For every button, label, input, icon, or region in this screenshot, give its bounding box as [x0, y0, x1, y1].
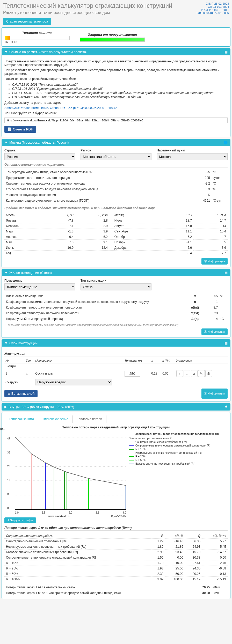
panel-icon: ▦	[224, 341, 228, 345]
type-select[interactable]: Стена	[81, 283, 151, 290]
page-title: Теплотехнический калькулятор ограждающих…	[3, 2, 172, 9]
disable-button[interactable]: ⊘	[191, 370, 198, 377]
results-row: Нормируемое значение поэлементных требов…	[4, 544, 228, 550]
room-panel-header[interactable]: ▼Жилое помещение (Стена)▦	[2, 269, 230, 276]
results-row: R + 50%2.3250.0020.25-10.13	[4, 571, 228, 577]
url-input[interactable]	[4, 118, 228, 123]
outside-select[interactable]: Наружный воздух	[35, 379, 112, 385]
info-button[interactable]: ⓘ Информация	[201, 258, 228, 265]
thermal-indicator-label: Тепловая защита	[5, 31, 70, 35]
norm-link[interactable]: СП 23-101-2004	[197, 5, 229, 8]
pdf-button[interactable]: 📄 Отчет в PDF	[4, 126, 36, 133]
country-select[interactable]: Россия	[4, 153, 75, 160]
results-row: R + 100%3.09100.0015.19-15.19	[4, 577, 228, 582]
chart-legend: Зависимость потерь тепла от сопротивлени…	[129, 432, 228, 517]
layers-panel-header[interactable]: ▼Слои конструкции▦	[2, 340, 230, 347]
results-row: Санитарно-гигиенические требования [Rс]1…	[4, 539, 228, 544]
tab-thermal[interactable]: Тепловая защита	[4, 415, 38, 423]
move-down-button[interactable]: ↓	[184, 370, 190, 377]
page-subtitle: Расчет утепления и точки росы для строящ…	[3, 10, 172, 15]
panel-icon: ▦	[224, 50, 228, 54]
tab-heatloss[interactable]: Тепловые потери	[72, 415, 106, 423]
city-select[interactable]: Москва	[157, 153, 228, 160]
old-version-button[interactable]: Старая версия калькулятора	[3, 18, 51, 25]
panel-icon: ▦	[224, 271, 228, 275]
insert-layer-button[interactable]: ⊕ Вставить слой	[4, 390, 38, 397]
norm-links: СНиП 23-02-2003 СП 23-101-2004 ГОСТ Р 54…	[197, 2, 229, 15]
report-text: При разработке проекта для проведения то…	[4, 68, 228, 76]
report-panel-header[interactable]: ▼Ссылка на расчет. Отчет по результатам …	[2, 48, 230, 55]
norm-link[interactable]: ГОСТ Р 54851—2011	[197, 8, 229, 11]
results-row: Базовое значение поэлементных требований…	[4, 550, 228, 555]
report-text: Представленный теплотехнический расчет о…	[4, 60, 228, 67]
conditions-panel-header[interactable]: ▶Внутри: 22°С (55%) Снаружи: -20°С (85%)…	[2, 403, 230, 410]
info-button[interactable]: ⓘ Информация	[201, 389, 228, 399]
results-row: R + 10%1.7010.0027.61-2.76	[4, 560, 228, 566]
norm-link[interactable]: СНиП 23-02-2003	[197, 2, 229, 5]
heatloss-chart: 4738281990 1.01.52.02.53.0 R, (м²•°С)/Вт…	[15, 437, 126, 510]
location-panel-header[interactable]: ▼Москва (Московская область, Россия)🌐	[2, 139, 230, 146]
moisture-indicator-bar	[80, 38, 145, 42]
results-row: R + 25%1.9325.0024.30-6.08	[4, 566, 228, 571]
results-row: Сопротивление теплопередаче ограждающей …	[4, 555, 228, 560]
info-button[interactable]: ⓘ Информация	[201, 328, 228, 335]
move-up-button[interactable]: ↑	[176, 370, 183, 377]
download-chart-button[interactable]: ⬇ Загрузить график	[4, 517, 36, 523]
thickness-input[interactable]	[125, 371, 140, 377]
thermal-indicator-bar	[5, 36, 70, 40]
globe-icon: 🌐	[223, 141, 228, 144]
bookmark-link[interactable]: SmartCalc: Жилое помещение. Стена. R = 1…	[4, 106, 117, 110]
region-select[interactable]: Московская область	[81, 153, 151, 160]
gear-icon: ✱	[225, 405, 228, 409]
moisture-indicator-label: Защита от переувлажнения	[80, 33, 145, 36]
layer-type-icon[interactable]: ◻	[26, 372, 28, 375]
edit-button[interactable]: ✎	[198, 370, 205, 377]
tab-moisture[interactable]: Влагонакопление	[38, 415, 72, 423]
norm-link[interactable]: СТО 00044807-001-2006	[197, 11, 229, 14]
delete-button[interactable]: 🗑	[205, 370, 212, 377]
room-select[interactable]: Жилое помещение	[4, 283, 75, 290]
layer-row: 1 ◻ Сосна и ель 0.18 0.06 ↑↓⊘✎🗑	[4, 369, 228, 378]
report-text: Расчет основан на российской нормативной…	[4, 77, 228, 81]
